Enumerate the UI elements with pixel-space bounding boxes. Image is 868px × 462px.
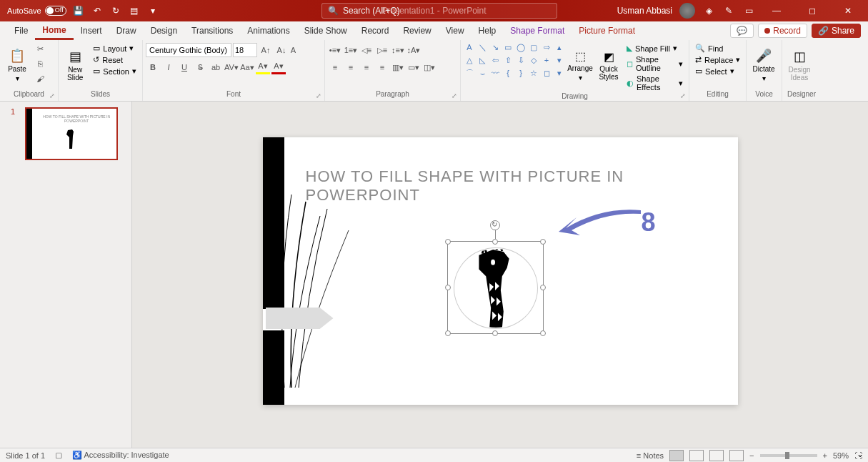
resize-handle-tl[interactable] [445,239,451,245]
align-center-button[interactable]: ≡ [344,60,358,74]
arrange-button[interactable]: ⬚ Arrange▾ [567,41,594,89]
shape-brace2-icon[interactable]: } [515,67,527,79]
tab-view[interactable]: View [439,23,472,39]
smartart-button[interactable]: ◫▾ [422,60,437,74]
autosave-toggle[interactable]: AutoSave Off [7,6,66,16]
redo-icon[interactable]: ↻ [109,4,122,17]
undo-icon[interactable]: ↶ [91,4,104,17]
oval-shape-with-picture[interactable] [454,247,538,329]
align-text-button[interactable]: ▭▾ [406,60,421,74]
zoom-level[interactable]: 59% [833,451,849,460]
toggle-switch[interactable]: Off [45,6,66,16]
tab-help[interactable]: Help [472,23,504,39]
reset-button[interactable]: ↺ Reset [90,54,139,65]
bullets-button[interactable]: •≡▾ [328,43,342,57]
shape-brace1-icon[interactable]: { [502,67,514,79]
font-name-select[interactable] [146,43,231,57]
change-case-button[interactable]: Aa▾ [240,60,254,74]
tab-home[interactable]: Home [35,22,73,40]
shape-wave-icon[interactable]: 〰 [489,67,501,79]
numbering-button[interactable]: 1≡▾ [344,43,358,57]
gallery-down-icon[interactable]: ▾ [554,54,565,66]
shape-star-icon[interactable]: ☆ [528,67,539,79]
paragraph-launcher-icon[interactable]: ⤢ [452,92,457,99]
replace-button[interactable]: ⇄ Replace ▾ [692,54,743,65]
zoom-in-button[interactable]: + [823,451,827,460]
font-size-select[interactable] [233,43,257,57]
line-spacing-button[interactable]: ↕≡▾ [391,43,405,57]
columns-button[interactable]: ▥▾ [391,60,405,74]
shape-textbox-icon[interactable]: A [464,41,475,53]
close-button[interactable]: ✕ [834,0,862,21]
shape-arrow-icon[interactable]: ⇨ [541,41,552,53]
increase-font-icon[interactable]: A↑ [259,43,273,57]
tab-draw[interactable]: Draw [109,23,144,39]
normal-view-button[interactable] [669,450,684,461]
clipboard-launcher-icon[interactable]: ⤢ [49,92,55,99]
increase-indent-button[interactable]: ▷≡ [375,43,389,57]
decrease-font-icon[interactable]: A↓ [274,43,289,57]
align-right-button[interactable]: ≡ [359,60,374,74]
shape-curve1-icon[interactable]: ⌒ [464,67,475,79]
tab-picture-format[interactable]: Picture Format [572,23,642,39]
shape-line-icon[interactable]: ＼ [477,41,488,53]
select-button[interactable]: ▭ Select ▾ [692,66,737,77]
dictate-button[interactable]: 🎤 Dictate▾ [749,41,778,89]
present-icon[interactable]: ▤ [128,4,141,17]
resize-handle-br[interactable] [540,330,546,336]
layout-button[interactable]: ▭ Layout ▾ [90,43,139,54]
tab-record[interactable]: Record [354,23,396,39]
drawing-launcher-icon[interactable]: ⤢ [680,92,686,99]
canvas-area[interactable]: HOW TO FILL SHAPE WITH PICTURE IN POWERP… [132,102,868,448]
tab-transitions[interactable]: Transitions [184,23,240,39]
reading-view-button[interactable] [709,450,724,461]
diamond-icon[interactable]: ◈ [702,4,715,17]
tab-design[interactable]: Design [144,23,184,39]
spacing-button[interactable]: AV▾ [224,60,239,74]
slide-counter[interactable]: Slide 1 of 1 [6,451,45,460]
slideshow-view-button[interactable] [729,450,744,461]
shape-outline-button[interactable]: ◻ Shape Outline ▾ [624,54,686,73]
shape-fill-button[interactable]: ◣ Shape Fill ▾ [624,43,686,54]
shape-roundrect-icon[interactable]: ▢ [528,41,539,53]
shape-curve2-icon[interactable]: ⌣ [477,67,488,79]
shape-oval-icon[interactable]: ◯ [515,41,527,53]
resize-handle-mr[interactable] [540,285,546,290]
minimize-button[interactable]: — [762,0,791,21]
gray-arrow-shape[interactable] [266,308,334,329]
copy-icon[interactable]: ⎘ [33,56,47,71]
record-button[interactable]: Record [758,24,807,38]
zoom-thumb[interactable] [785,452,789,459]
shape-rect-icon[interactable]: ▭ [502,41,514,53]
design-ideas-button[interactable]: ◫ Design Ideas [785,41,814,89]
selected-shape[interactable] [447,241,544,334]
maximize-button[interactable]: ◻ [798,0,827,21]
tab-animations[interactable]: Animations [240,23,296,39]
decrease-indent-button[interactable]: ◁≡ [359,43,374,57]
find-button[interactable]: 🔍 Find [692,43,726,54]
shape-arrow4-icon[interactable]: ⇩ [515,54,527,66]
font-launcher-icon[interactable]: ⤢ [316,92,321,99]
shapes-gallery[interactable]: A ＼ ↘ ▭ ◯ ▢ ⇨ ▴ △ ◺ ⇦ ⇧ ⇩ ◇ + ▾ ⌒ ⌣ 〰 { [464,41,565,79]
section-button[interactable]: ▭ Section ▾ [90,66,139,77]
shape-arrow-line-icon[interactable]: ↘ [489,41,501,53]
accessibility-status[interactable]: ♿ Accessibility: Investigate [72,451,169,460]
zoom-slider[interactable] [760,454,817,457]
ribbon-display-icon[interactable]: ▭ [742,4,755,17]
language-icon[interactable]: ▢ [55,451,62,460]
tab-file[interactable]: File [7,23,35,39]
shape-callout-icon[interactable]: ◻ [541,67,552,79]
collapse-ribbon-icon[interactable]: ⌄ [857,449,864,459]
new-slide-button[interactable]: ▤ New Slide [61,41,89,89]
shape-rtriangle-icon[interactable]: ◺ [477,54,488,66]
italic-button[interactable]: I [161,60,176,74]
share-button[interactable]: 🔗 Share [812,24,861,38]
shape-triangle-icon[interactable]: △ [464,54,475,66]
align-left-button[interactable]: ≡ [328,60,342,74]
zoom-out-button[interactable]: − [749,451,754,460]
qat-dropdown-icon[interactable]: ▾ [146,4,159,17]
pen-icon[interactable]: ✎ [722,4,735,17]
resize-handle-tm[interactable] [492,239,498,245]
gallery-up-icon[interactable]: ▴ [554,41,565,53]
sorter-view-button[interactable] [689,450,704,461]
